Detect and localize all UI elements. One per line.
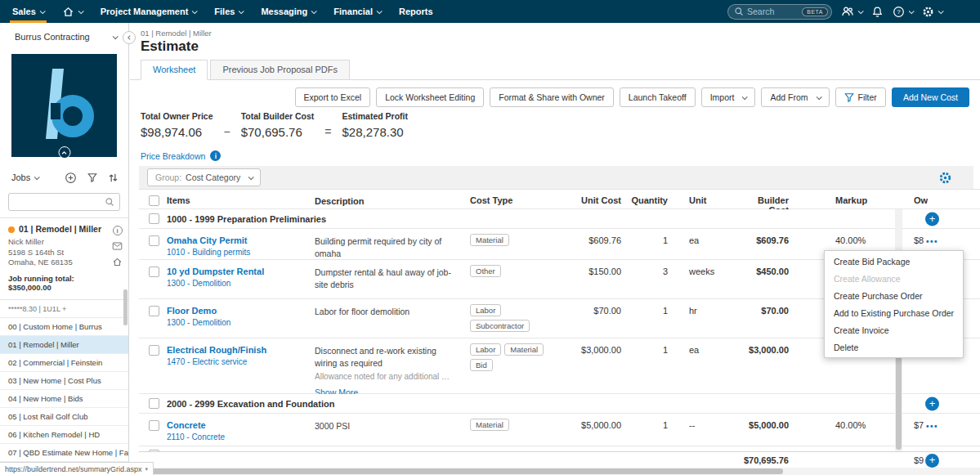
col-header-builder-cost[interactable]: Builder Cost (736, 190, 797, 208)
job-list-item[interactable]: 02 | Commercial | Feinstein (0, 354, 128, 372)
job-list-item-selected[interactable]: 01 | Remodel | Miller (0, 336, 128, 354)
add-from-menu-button[interactable]: Add From (761, 87, 829, 107)
item-name-link[interactable]: Omaha City Permit (167, 235, 308, 245)
global-search[interactable]: BETA (727, 4, 832, 20)
menu-item-create-invoice[interactable]: Create Invoice (825, 321, 963, 338)
job-list-item[interactable]: 00 | Custom Home | Burrus (0, 318, 128, 336)
row-checkbox[interactable] (149, 306, 159, 316)
job-home-icon[interactable] (112, 257, 123, 267)
col-header-markup[interactable]: Markup (797, 190, 895, 208)
filter-jobs-button[interactable] (87, 173, 97, 182)
item-name-link[interactable]: Floor Demo (167, 306, 308, 316)
group-row: 1000 - 1999 Preparation Preliminaries + (139, 209, 980, 229)
nav-home[interactable] (53, 0, 92, 23)
job-email-icon[interactable] (112, 241, 123, 251)
status-url: https://buildertrend.net/summaryGrid.asp… (5, 465, 142, 473)
jobs-search-input[interactable] (14, 198, 105, 207)
search-input[interactable] (747, 7, 799, 16)
horizontal-scrollbar[interactable] (139, 468, 980, 475)
tab-previous-job-proposal-pdfs[interactable]: Previous Job Proposal PDFs (210, 60, 350, 80)
row-checkbox[interactable] (149, 345, 159, 356)
job-list-item[interactable]: 06 | Kitchen Remodel | HD (0, 426, 128, 444)
chevron-down-icon (239, 8, 244, 14)
job-list-item[interactable]: 04 | New Home | Bids (0, 390, 128, 408)
info-icon[interactable]: i (210, 150, 221, 161)
chevron-down-icon (742, 94, 748, 100)
jobs-dropdown[interactable]: Jobs (11, 173, 38, 182)
col-header-items[interactable]: Items (163, 190, 315, 208)
cost-code-link[interactable]: 2110 - Concrete (167, 432, 308, 441)
row-actions-menu-button[interactable]: ••• (926, 422, 938, 431)
menu-item-create-bid-package[interactable]: Create Bid Package (825, 253, 963, 270)
add-new-cost-button[interactable]: Add New Cost (892, 87, 969, 107)
row-checkbox[interactable] (149, 235, 159, 246)
group-checkbox[interactable] (149, 213, 159, 224)
cost-code-link[interactable]: 1470 - Electric service (167, 357, 308, 366)
item-description: Dumpster rental & haul away of job-site … (315, 260, 466, 298)
unit-value: weeks (674, 260, 736, 298)
scrollbar-thumb[interactable] (141, 468, 783, 474)
item-name-link[interactable]: Electrical Rough/Finish (167, 345, 308, 355)
nav-messaging[interactable]: Messaging (252, 0, 324, 23)
nav-project-management[interactable]: Project Management (92, 0, 206, 23)
col-header-unit-cost[interactable]: Unit Cost (552, 190, 629, 208)
menu-item-delete[interactable]: Delete (825, 338, 963, 356)
group-checkbox[interactable] (149, 398, 159, 409)
import-menu-button[interactable]: Import (701, 87, 756, 107)
add-cost-line-button[interactable]: + (925, 397, 939, 410)
jobs-search[interactable] (8, 193, 120, 211)
builder-cost-value: $3,000.00 (736, 338, 797, 393)
col-header-quantity[interactable]: Quantity (629, 190, 674, 208)
price-breakdown-link[interactable]: Price Breakdown (141, 151, 205, 161)
select-all-checkbox[interactable] (149, 195, 159, 206)
cost-code-link[interactable]: 1300 - Demolition (167, 279, 308, 288)
nav-sales[interactable]: Sales (3, 0, 53, 23)
chevron-down-icon (39, 8, 45, 14)
filter-button[interactable]: Filter (835, 87, 886, 107)
col-header-owner-price[interactable]: Ow (903, 190, 980, 208)
col-header-cost-type[interactable]: Cost Type (466, 190, 552, 208)
add-cost-line-button[interactable]: + (925, 454, 939, 468)
col-header-unit[interactable]: Unit (674, 190, 736, 208)
collapse-logo-button[interactable] (58, 146, 70, 159)
selected-job-address1: 5198 S 164th St (8, 248, 107, 258)
lock-worksheet-button[interactable]: Lock Worksheet Editing (376, 87, 484, 107)
settings-menu[interactable] (922, 6, 942, 18)
sort-jobs-button[interactable] (108, 173, 119, 183)
row-checkbox[interactable] (149, 267, 159, 277)
cost-code-link[interactable]: 1300 - Demolition (167, 318, 308, 327)
collapse-sidebar-button[interactable] (123, 31, 136, 44)
job-info-icon[interactable]: i (113, 226, 123, 235)
cost-code-link[interactable]: 1010 - Building permits (167, 248, 308, 257)
cost-type-tag: Material (470, 419, 509, 431)
help-menu[interactable]: ? (893, 6, 913, 18)
item-name-link[interactable]: 10 yd Dumpster Rental (167, 267, 308, 276)
row-actions-menu-button[interactable]: ••• (926, 237, 938, 246)
tab-worksheet[interactable]: Worksheet (141, 60, 208, 80)
item-name-link[interactable]: Concrete (167, 420, 308, 430)
gear-icon (922, 6, 934, 18)
launch-takeoff-button[interactable]: Launch Takeoff (620, 87, 696, 107)
export-to-excel-button[interactable]: Export to Excel (295, 87, 371, 107)
user-management-menu[interactable] (841, 5, 862, 18)
breadcrumb: 01 | Remodel | Miller (141, 29, 212, 38)
add-cost-line-button[interactable]: + (925, 212, 939, 226)
nav-files[interactable]: Files (205, 0, 252, 23)
job-list-item[interactable]: 03 | New Home | Cost Plus (0, 372, 128, 390)
job-list-item[interactable]: 07 | QBD Estimate New Home | Fantana (0, 444, 128, 462)
job-list-item[interactable]: 05 | Lost Rail Golf Club (0, 408, 128, 426)
format-share-owner-button[interactable]: Format & Share with Owner (490, 87, 614, 107)
nav-reports[interactable]: Reports (390, 0, 442, 23)
notifications-button[interactable] (871, 6, 884, 18)
nav-financial[interactable]: Financial (324, 0, 390, 23)
col-header-description[interactable]: Description (315, 190, 466, 208)
menu-item-create-purchase-order[interactable]: Create Purchase Order (825, 287, 963, 304)
menu-item-add-to-existing-purchase-order[interactable]: Add to Existing Purchase Order (825, 304, 963, 321)
add-job-button[interactable] (65, 172, 77, 184)
account-switcher[interactable]: Burrus Contracting (0, 23, 128, 51)
grid-settings-gear-icon[interactable] (938, 171, 952, 185)
group-by-select[interactable]: Group: Cost Category (147, 168, 261, 186)
quantity-value: 1 (629, 299, 674, 338)
sidebar-scrollbar[interactable] (123, 289, 128, 325)
row-checkbox[interactable] (149, 420, 159, 431)
